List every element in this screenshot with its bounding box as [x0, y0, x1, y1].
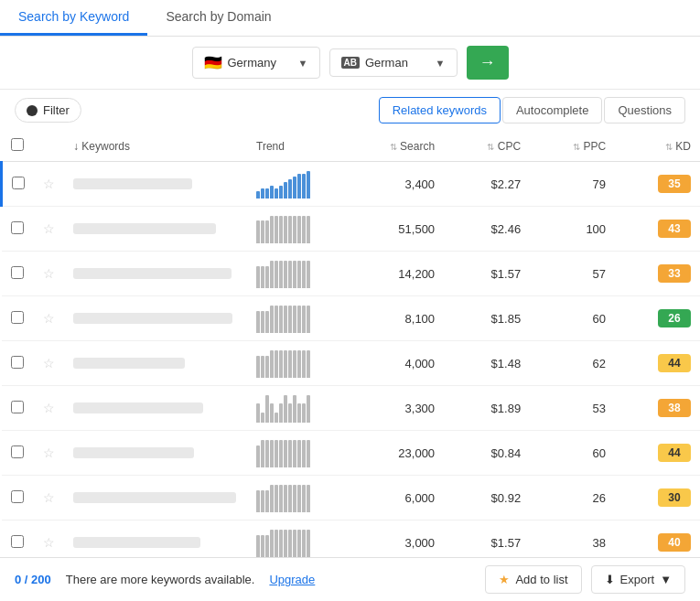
export-button[interactable]: ⬇ Export ▼ [591, 565, 685, 594]
ppc-cell: 100 [530, 207, 615, 252]
col-header-search[interactable]: ⇅ Search [339, 131, 444, 162]
row-star-icon[interactable]: ☆ [43, 535, 55, 550]
country-dropdown-icon: ▼ [298, 58, 308, 69]
keywords-table: ↓ Keywords Trend ⇅ Search ⇅ CPC ⇅ PPC [0, 131, 700, 558]
kd-badge: 43 [658, 220, 691, 238]
table-row: ☆4,000$1.486244 [2, 341, 701, 386]
tab-autocomplete[interactable]: Autocomplete [502, 97, 603, 123]
search-cell: 14,200 [339, 252, 444, 296]
select-all-checkbox[interactable] [11, 138, 24, 151]
row-checkbox[interactable] [12, 177, 25, 189]
row-checkbox[interactable] [11, 445, 24, 458]
ppc-cell: 38 [530, 521, 615, 559]
trend-cell [247, 296, 339, 341]
keyword-cell [64, 296, 247, 341]
row-star-icon[interactable]: ☆ [43, 490, 55, 505]
ppc-cell: 62 [530, 341, 615, 386]
cpc-cell: $0.84 [444, 431, 530, 476]
keyword-cell [64, 386, 247, 431]
keyword-cell [64, 476, 247, 521]
app-container: Search by Keyword Search by Domain 🇩🇪 Ge… [0, 0, 700, 558]
search-cell: 8,100 [339, 296, 444, 341]
row-checkbox[interactable] [11, 266, 24, 279]
col-header-kd[interactable]: ⇅ KD [615, 131, 700, 162]
language-select[interactable]: AB German ▼ [329, 48, 458, 77]
table-row: ☆14,200$1.575733 [2, 252, 701, 296]
col-header-keywords[interactable]: ↓ Keywords [64, 131, 247, 162]
filter-dot-icon [27, 105, 38, 116]
row-star-icon[interactable]: ☆ [43, 445, 55, 460]
row-star-icon[interactable]: ☆ [43, 221, 55, 236]
row-checkbox[interactable] [11, 535, 24, 548]
search-cell: 3,400 [339, 162, 444, 207]
selected-count: 0 / 200 [15, 573, 51, 586]
kd-cell: 43 [615, 207, 700, 252]
col-header-ppc[interactable]: ⇅ PPC [530, 131, 615, 162]
export-label: Export [620, 573, 655, 586]
filter-button[interactable]: Filter [15, 98, 81, 123]
table-row: ☆3,300$1.895338 [2, 386, 701, 431]
row-star-icon[interactable]: ☆ [43, 311, 55, 326]
col-header-cpc[interactable]: ⇅ CPC [444, 131, 530, 162]
bottom-bar: 0 / 200 There are more keywords availabl… [0, 557, 700, 601]
count-number: 0 / 200 [15, 573, 51, 586]
tab-related-keywords[interactable]: Related keywords [379, 97, 501, 123]
cpc-cell: $1.57 [444, 521, 530, 559]
bottom-actions: ★ Add to list ⬇ Export ▼ [485, 565, 685, 594]
trend-cell [247, 207, 339, 252]
kd-badge: 40 [658, 533, 691, 552]
col-label-kd: KD [675, 140, 691, 153]
lang-dropdown-icon: ▼ [436, 58, 446, 69]
tab-questions[interactable]: Questions [604, 97, 685, 123]
row-checkbox[interactable] [11, 221, 24, 234]
trend-cell [247, 521, 339, 559]
kd-badge: 44 [658, 444, 691, 462]
tabs-bar: Search by Keyword Search by Domain [0, 0, 700, 37]
ppc-cell: 26 [530, 476, 615, 521]
col-header-checkbox [2, 131, 35, 162]
row-checkbox[interactable] [11, 490, 24, 503]
tab-search-domain[interactable]: Search by Domain [147, 0, 289, 36]
trend-cell [247, 162, 339, 207]
search-cell: 51,500 [339, 207, 444, 252]
add-to-list-button[interactable]: ★ Add to list [485, 565, 581, 594]
language-icon: AB [341, 57, 360, 69]
row-checkbox[interactable] [11, 401, 24, 413]
col-label-search: Search [400, 140, 435, 153]
ppc-cell: 60 [530, 431, 615, 476]
kd-badge: 38 [658, 399, 691, 417]
kd-badge: 33 [658, 264, 691, 283]
filter-label: Filter [43, 103, 70, 117]
table-row: ☆8,100$1.856026 [2, 296, 701, 341]
row-star-icon[interactable]: ☆ [43, 401, 55, 415]
row-checkbox[interactable] [11, 311, 24, 324]
tab-search-keyword[interactable]: Search by Keyword [0, 0, 147, 36]
col-header-star [34, 131, 64, 162]
keyword-cell [64, 162, 247, 207]
country-select[interactable]: 🇩🇪 Germany ▼ [192, 47, 320, 79]
upgrade-link[interactable]: Upgrade [269, 573, 315, 586]
ppc-cell: 60 [530, 296, 615, 341]
row-checkbox[interactable] [11, 356, 24, 369]
cpc-cell: $2.46 [444, 207, 530, 252]
col-label-cpc: CPC [498, 140, 521, 153]
go-button[interactable]: → [467, 46, 509, 80]
row-star-icon[interactable]: ☆ [43, 266, 55, 281]
row-star-icon[interactable]: ☆ [43, 356, 55, 370]
export-dropdown-icon: ▼ [660, 573, 672, 586]
ppc-sort-icon: ⇅ [573, 142, 580, 152]
table-row: ☆23,000$0.846044 [2, 431, 701, 476]
toolbar: 🇩🇪 Germany ▼ AB German ▼ → [0, 37, 700, 90]
cpc-cell: $1.57 [444, 252, 530, 296]
search-cell: 3,000 [339, 521, 444, 559]
germany-flag-icon: 🇩🇪 [204, 54, 222, 71]
trend-cell [247, 431, 339, 476]
kd-cell: 40 [615, 521, 700, 559]
search-cell: 23,000 [339, 431, 444, 476]
search-cell: 6,000 [339, 476, 444, 521]
row-star-icon[interactable]: ☆ [43, 177, 55, 191]
language-name: German [365, 56, 408, 70]
kd-cell: 44 [615, 341, 700, 386]
cpc-sort-icon: ⇅ [487, 142, 494, 152]
table-container: ↓ Keywords Trend ⇅ Search ⇅ CPC ⇅ PPC [0, 131, 700, 558]
